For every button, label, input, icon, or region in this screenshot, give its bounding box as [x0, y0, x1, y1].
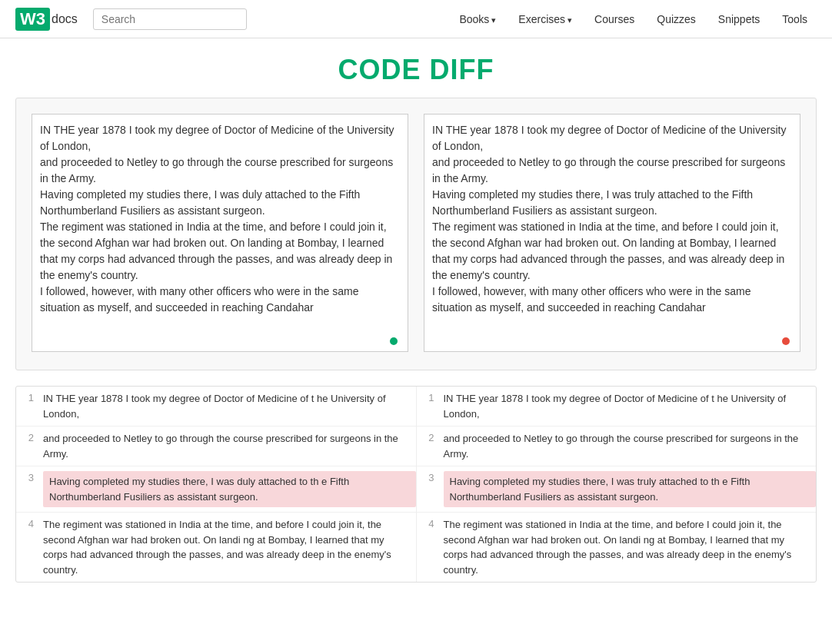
- nav-quizzes[interactable]: Quizzes: [647, 8, 705, 30]
- diff-left-side: 1 IN THE year 1878 I took my degree of D…: [16, 387, 417, 582]
- left-editor[interactable]: IN THE year 1878 I took my degree of Doc…: [32, 114, 408, 352]
- line-text-left-2: and proceeded to Netley to go through th…: [43, 431, 416, 461]
- diff-right-line-1: 1 IN THE year 1878 I took my degree of D…: [417, 387, 817, 427]
- editors-row: IN THE year 1878 I took my degree of Doc…: [15, 98, 817, 370]
- left-editor-container: IN THE year 1878 I took my degree of Doc…: [32, 114, 408, 354]
- logo-w3: W3: [15, 8, 50, 31]
- line-text-left-3: Having completed my studies there, I was…: [43, 471, 416, 507]
- nav-links: Books Exercises Courses Quizzes Snippets…: [450, 8, 817, 30]
- line-num-right-4: 4: [417, 517, 444, 529]
- right-scroll-indicator: [782, 337, 790, 345]
- line-text-left-4: The regiment was stationed in India at t…: [43, 517, 416, 577]
- line-num-left-4: 4: [16, 517, 43, 529]
- diff-table: 1 IN THE year 1878 I took my degree of D…: [15, 386, 817, 583]
- line-num-left-2: 2: [16, 431, 43, 443]
- logo-docs: docs: [52, 12, 78, 26]
- line-num-right-1: 1: [417, 391, 444, 403]
- diff-right-side: 1 IN THE year 1878 I took my degree of D…: [417, 387, 817, 582]
- nav-exercises[interactable]: Exercises: [509, 8, 581, 30]
- nav-books[interactable]: Books: [450, 8, 505, 30]
- left-scroll-indicator: [390, 337, 398, 345]
- line-num-right-2: 2: [417, 431, 444, 443]
- right-editor-container: IN THE year 1878 I took my degree of Doc…: [424, 114, 800, 354]
- diff-right-line-4: 4 The regiment was stationed in India at…: [417, 513, 817, 582]
- logo[interactable]: W3docs: [15, 8, 78, 31]
- page-title: CODE DIFF: [0, 38, 832, 98]
- diff-right-line-2: 2 and proceeded to Netley to go through …: [417, 427, 817, 466]
- diff-left-line-2: 2 and proceeded to Netley to go through …: [16, 427, 416, 466]
- diff-row-wrapper: 1 IN THE year 1878 I took my degree of D…: [16, 387, 816, 582]
- diff-right-line-3: 3 Having completed my studies there, I w…: [417, 466, 817, 513]
- line-text-right-4: The regiment was stationed in India at t…: [444, 517, 817, 577]
- line-num-left-1: 1: [16, 391, 43, 403]
- nav-snippets[interactable]: Snippets: [709, 8, 769, 30]
- line-text-right-2: and proceeded to Netley to go through th…: [444, 431, 817, 461]
- navbar: W3docs Books Exercises Courses Quizzes S…: [0, 0, 832, 38]
- nav-courses[interactable]: Courses: [585, 8, 644, 30]
- search-input[interactable]: [93, 8, 247, 30]
- main-content: IN THE year 1878 I took my degree of Doc…: [0, 98, 832, 606]
- diff-left-line-3: 3 Having completed my studies there, I w…: [16, 466, 416, 513]
- line-text-right-1: IN THE year 1878 I took my degree of Doc…: [444, 391, 817, 421]
- line-text-left-1: IN THE year 1878 I took my degree of Doc…: [43, 391, 416, 421]
- diff-left-line-4: 4 The regiment was stationed in India at…: [16, 513, 416, 582]
- right-editor[interactable]: IN THE year 1878 I took my degree of Doc…: [424, 114, 800, 352]
- line-num-right-3: 3: [417, 471, 444, 483]
- diff-left-line-1: 1 IN THE year 1878 I took my degree of D…: [16, 387, 416, 427]
- nav-tools[interactable]: Tools: [773, 8, 817, 30]
- line-text-right-3: Having completed my studies there, I was…: [444, 471, 817, 507]
- line-num-left-3: 3: [16, 471, 43, 483]
